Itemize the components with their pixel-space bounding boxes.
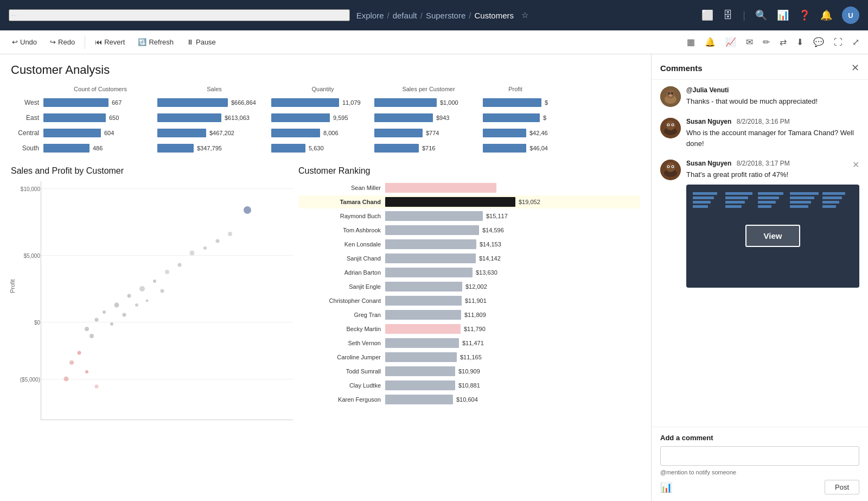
sales-bar-south: $347,795	[157, 144, 271, 153]
ranking-row-9: Greg Tran $11,809	[298, 308, 640, 321]
toolbar: ↩ Undo ↪ Redo ⏮ Revert 🔃 Refresh ⏸ Pause…	[0, 30, 868, 54]
comment-item-1: Susan Nguyen 8/2/2018, 3:16 PM Who is th…	[660, 118, 859, 149]
chart-view-icon[interactable]: ▦	[685, 35, 697, 49]
ranking-container: Customer Ranking Sean Miller Tamara Chan…	[298, 166, 640, 420]
bar-south-sales	[157, 144, 194, 153]
expand-icon[interactable]: ⤢	[850, 35, 861, 49]
comment-dismiss-button[interactable]: ✕	[852, 160, 859, 170]
count-bar-south: 486	[43, 144, 157, 153]
scatter-chart[interactable]: $10,000 $5,000 $0 ($5,000)	[41, 181, 293, 420]
dot-12	[178, 263, 182, 267]
redo-button[interactable]: ↪ Redo	[44, 36, 80, 48]
breadcrumb-customers[interactable]: Customers	[474, 11, 514, 20]
email-icon[interactable]: ✉	[744, 35, 755, 49]
bar-5	[385, 253, 476, 263]
ranking-row-14: Clay Ludtke $10,881	[298, 379, 640, 392]
count-bar-east: 650	[43, 113, 157, 122]
alert-icon[interactable]: 🔔	[703, 35, 718, 49]
profit-bar-central: $42,46	[483, 129, 548, 137]
metrics-row-central: Central 604 $467,202 8,006 $774	[11, 126, 640, 140]
dot-loss-1	[77, 351, 81, 355]
metrics-row-west: West 667 $666,864 11,079 $1,000	[11, 96, 640, 110]
svg-point-15	[666, 162, 675, 172]
download-icon[interactable]: ⬇	[794, 35, 806, 49]
qty-bar-central: 8,006	[271, 129, 374, 137]
comment-input[interactable]	[660, 446, 859, 466]
ranking-row-tamara: Tamara Chand $19,052	[298, 195, 640, 208]
svg-point-5	[669, 94, 672, 97]
revert-button[interactable]: ⏮ Revert	[90, 36, 130, 48]
ranking-row-13: Todd Sumrall $10,909	[298, 365, 640, 378]
spc-bar-west: $1,000	[374, 98, 483, 107]
undo-button[interactable]: ↩ Undo	[7, 36, 42, 48]
bar-central-profit	[483, 129, 526, 137]
scatter-dots-area	[41, 181, 293, 420]
bar-west-qty	[271, 98, 339, 107]
search-icon[interactable]: 🔍	[755, 9, 767, 21]
ranking-row-7: Sanjit Engle $12,002	[298, 280, 640, 293]
nav-back-button[interactable]: ←	[9, 9, 350, 21]
bar-11	[385, 338, 459, 348]
bar-15	[385, 395, 453, 404]
sales-bar-west: $666,864	[157, 98, 271, 107]
dot-6	[90, 334, 94, 338]
ranking-row-5: Sanjit Chand $14,142	[298, 252, 640, 265]
separator: |	[743, 10, 745, 21]
dot-loss-3	[85, 370, 88, 373]
pause-button[interactable]: ⏸ Pause	[181, 36, 221, 48]
comment-text-2: That's a great profit ratio of 47%!	[686, 169, 859, 180]
profit-bar-south: $46,04	[483, 144, 548, 153]
ranking-row-2: Raymond Buch $15,117	[298, 210, 640, 223]
edit-icon[interactable]: ✏	[761, 35, 772, 49]
user-avatar[interactable]: U	[842, 7, 859, 24]
breadcrumb-default[interactable]: default	[393, 11, 417, 20]
revert-icon: ⏮	[95, 38, 102, 46]
avatar-julia	[660, 86, 681, 107]
scatter-container: Sales and Profit by Customer Profit $10,…	[11, 166, 293, 420]
pause-icon: ⏸	[187, 38, 194, 46]
bell-icon[interactable]: 🔔	[820, 9, 832, 21]
region-west: West	[11, 99, 43, 106]
breadcrumb-superstore[interactable]: Superstore	[426, 11, 465, 20]
star-icon[interactable]: ☆	[521, 10, 528, 20]
comment-text-0: Thanks - that would be much appreciated!	[686, 96, 859, 107]
sales-bar-east: $613,063	[157, 113, 271, 122]
attach-icon[interactable]: 📊	[660, 481, 672, 493]
bar-east-qty	[271, 113, 330, 122]
bar-west-sales	[157, 98, 228, 107]
help-icon[interactable]: ❓	[799, 9, 810, 21]
comment-icon[interactable]: 💬	[811, 35, 826, 49]
metrics-icon[interactable]: 📊	[777, 9, 789, 21]
ranking-row-6: Adrian Barton $13,630	[298, 266, 640, 279]
database-icon[interactable]: 🗄	[723, 10, 733, 21]
fullscreen-icon[interactable]: ⛶	[832, 35, 845, 49]
comment-text-1: Who is the account manager for Tamara Ch…	[686, 128, 859, 149]
trend-icon[interactable]: 📈	[723, 35, 738, 49]
spc-bar-east: $943	[374, 113, 483, 122]
share-icon[interactable]: ⇄	[777, 35, 789, 49]
qty-bar-south: 5,630	[271, 144, 374, 153]
dot-15	[215, 239, 219, 243]
metrics-row-east: East 650 $613,063 9,595 $943	[11, 111, 640, 125]
toolbar-right: ▦ 🔔 📈 ✉ ✏ ⇄ ⬇ 💬 ⛶ ⤢	[685, 35, 861, 49]
bar-east-spc	[374, 113, 433, 122]
tablet-icon[interactable]: ⬜	[701, 9, 713, 21]
col-header-spc: Sales per Customer	[374, 86, 483, 92]
dot-18	[145, 299, 148, 302]
lower-section: Sales and Profit by Customer Profit $10,…	[11, 166, 640, 420]
dot-5	[127, 294, 131, 297]
thumbnail-view-button[interactable]: View	[745, 225, 801, 247]
dot-4	[114, 303, 119, 308]
dot-loss-4	[64, 377, 69, 382]
comment-item-2: Susan Nguyen 8/2/2018, 3:17 PM That's a …	[660, 160, 859, 288]
svg-point-3	[668, 92, 670, 94]
post-button[interactable]: Post	[825, 480, 859, 494]
add-comment-label: Add a comment	[660, 434, 859, 442]
back-icon: ←	[10, 10, 18, 20]
dot-16	[228, 232, 232, 236]
breadcrumb-explore[interactable]: Explore	[356, 11, 384, 20]
bar-9	[385, 310, 461, 320]
refresh-button[interactable]: 🔃 Refresh	[132, 36, 179, 48]
comments-footer: Add a comment @mention to notify someone…	[652, 427, 868, 501]
comments-close-button[interactable]: ✕	[851, 62, 859, 74]
